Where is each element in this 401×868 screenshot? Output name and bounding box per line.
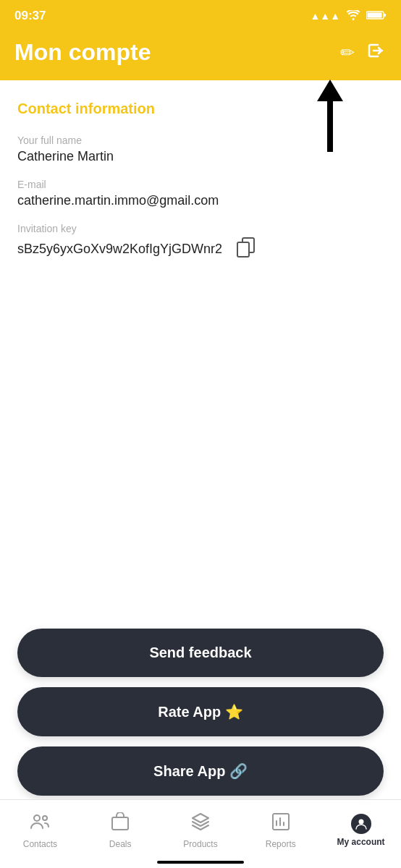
nav-products[interactable]: Products bbox=[161, 812, 241, 849]
my-account-label: My account bbox=[337, 837, 385, 847]
contacts-icon bbox=[30, 812, 50, 836]
invitation-key-field: Invitation key sBz5y6yxGoXv9w2KofIgYjGDW… bbox=[17, 223, 384, 260]
nav-my-account[interactable]: My account bbox=[321, 814, 401, 847]
email-field: E-mail catherine.martin.immo@gmail.com bbox=[17, 179, 384, 208]
nav-deals[interactable]: Deals bbox=[80, 812, 161, 849]
status-icons: ▲▲▲ bbox=[310, 10, 387, 22]
header: Mon compte ✏ bbox=[0, 32, 401, 80]
svg-rect-1 bbox=[384, 14, 386, 17]
arrow-head bbox=[317, 80, 343, 101]
status-bar: 09:37 ▲▲▲ bbox=[0, 0, 401, 32]
rate-app-button[interactable]: Rate App ⭐ bbox=[17, 687, 384, 736]
svg-point-9 bbox=[358, 820, 363, 825]
action-buttons: Send feedback Rate App ⭐ Share App 🔗 bbox=[17, 629, 384, 796]
deals-icon bbox=[111, 812, 130, 836]
nav-reports[interactable]: Reports bbox=[240, 812, 321, 849]
edit-icon[interactable]: ✏ bbox=[340, 43, 355, 63]
send-feedback-button[interactable]: Send feedback bbox=[17, 629, 384, 677]
invitation-row: sBz5y6yxGoXv9w2KofIgYjGDWnr2 bbox=[17, 237, 384, 260]
header-actions: ✏ bbox=[340, 41, 387, 65]
bottom-nav: Contacts Deals Products Reports bbox=[0, 799, 401, 868]
signal-icon: ▲▲▲ bbox=[310, 10, 340, 22]
arrow-shaft bbox=[327, 101, 333, 152]
invitation-key-value: sBz5y6yxGoXv9w2KofIgYjGDWnr2 bbox=[17, 242, 222, 257]
svg-rect-7 bbox=[112, 817, 128, 830]
status-time: 09:37 bbox=[14, 9, 46, 23]
nav-contacts[interactable]: Contacts bbox=[0, 812, 80, 849]
email-value: catherine.martin.immo@gmail.com bbox=[17, 193, 384, 208]
invitation-key-label: Invitation key bbox=[17, 223, 384, 234]
page-title: Mon compte bbox=[14, 39, 151, 66]
home-indicator bbox=[157, 861, 244, 864]
logout-icon[interactable] bbox=[366, 41, 387, 65]
copy-button[interactable] bbox=[237, 237, 256, 260]
email-label: E-mail bbox=[17, 179, 384, 190]
share-app-button[interactable]: Share App 🔗 bbox=[17, 746, 384, 796]
arrow-annotation bbox=[317, 80, 343, 152]
svg-rect-4 bbox=[237, 242, 249, 257]
contacts-label: Contacts bbox=[23, 839, 57, 849]
battery-icon bbox=[366, 10, 387, 22]
svg-point-5 bbox=[34, 815, 40, 821]
deals-label: Deals bbox=[109, 839, 132, 849]
products-label: Products bbox=[183, 839, 217, 849]
my-account-avatar bbox=[351, 814, 371, 834]
wifi-icon bbox=[346, 10, 360, 22]
reports-icon bbox=[271, 812, 290, 836]
svg-point-6 bbox=[43, 816, 47, 820]
products-icon bbox=[191, 812, 210, 836]
svg-rect-2 bbox=[368, 12, 382, 17]
reports-label: Reports bbox=[266, 839, 296, 849]
